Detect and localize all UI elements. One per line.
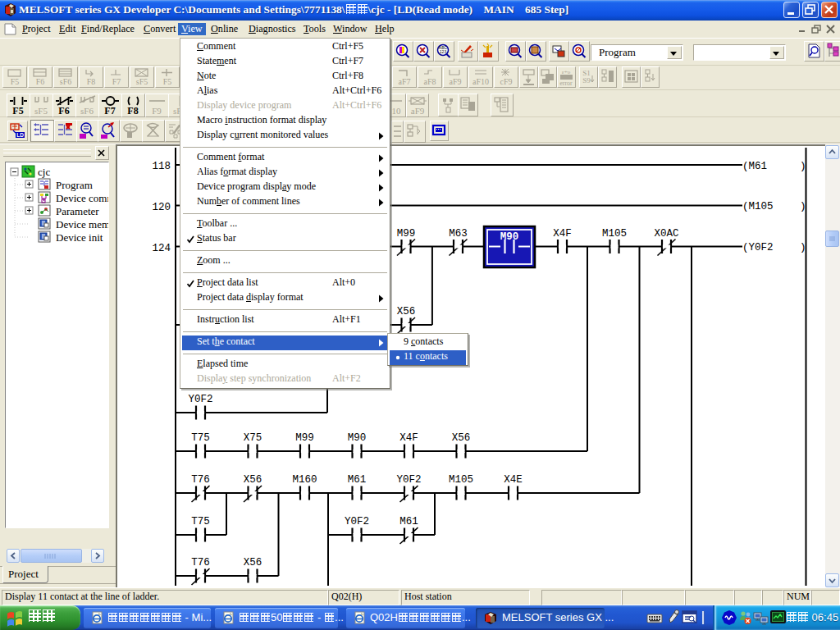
svg-text:120: 120 xyxy=(152,202,171,213)
svg-text:F8: F8 xyxy=(127,105,138,116)
svg-text:sF5: sF5 xyxy=(34,106,48,116)
svg-text:X56: X56 xyxy=(244,557,262,568)
svg-text:cF9: cF9 xyxy=(500,77,513,86)
svg-text:M90: M90 xyxy=(348,432,367,444)
svg-text:aF8: aF8 xyxy=(424,77,436,86)
svg-text:F8: F8 xyxy=(87,77,96,86)
svg-text:): ) xyxy=(800,161,806,172)
svg-text:F7: F7 xyxy=(112,77,121,86)
svg-text:sF6: sF6 xyxy=(80,106,94,116)
svg-text:T76: T76 xyxy=(191,474,210,486)
svg-text:10: 10 xyxy=(392,106,402,116)
svg-text:M90: M90 xyxy=(500,231,519,243)
svg-text:M99: M99 xyxy=(295,432,314,444)
svg-text:aF7: aF7 xyxy=(399,77,411,86)
svg-text:X0AC: X0AC xyxy=(654,228,678,240)
svg-text:ε+υ: ε+υ xyxy=(562,69,571,75)
svg-text:aF9: aF9 xyxy=(411,106,425,116)
svg-text:F6: F6 xyxy=(58,105,69,116)
svg-text:Y0F2: Y0F2 xyxy=(345,516,369,527)
svg-text:F5: F5 xyxy=(12,105,23,116)
svg-text:(M105: (M105 xyxy=(742,201,774,212)
svg-text:aF9: aF9 xyxy=(450,77,462,86)
svg-text:error: error xyxy=(559,80,573,87)
svg-text:X56: X56 xyxy=(397,306,416,317)
svg-text:T75: T75 xyxy=(191,432,210,444)
svg-text:M61: M61 xyxy=(399,516,418,527)
svg-text:F5: F5 xyxy=(11,77,20,86)
svg-text:LD: LD xyxy=(16,132,24,138)
svg-text:X4F: X4F xyxy=(399,432,418,444)
svg-text:M99: M99 xyxy=(397,228,416,240)
svg-text:Y0F2: Y0F2 xyxy=(188,394,212,405)
svg-text:118: 118 xyxy=(152,161,171,172)
svg-text:M63: M63 xyxy=(449,228,468,240)
svg-text:F6: F6 xyxy=(36,77,45,86)
svg-text:X4F: X4F xyxy=(553,228,572,240)
svg-text:M160: M160 xyxy=(292,474,317,486)
svg-text:F9: F9 xyxy=(152,106,162,116)
svg-text:sF5: sF5 xyxy=(136,77,148,86)
svg-text:124: 124 xyxy=(152,243,171,254)
svg-text:X56: X56 xyxy=(244,474,262,486)
svg-text:T75: T75 xyxy=(191,516,210,527)
svg-text:sF6: sF6 xyxy=(60,77,71,86)
svg-text:T76: T76 xyxy=(191,557,210,568)
svg-text:aF10: aF10 xyxy=(472,77,489,86)
svg-text:X56: X56 xyxy=(452,432,471,444)
svg-text:X75: X75 xyxy=(244,432,262,444)
svg-text:M61: M61 xyxy=(348,474,367,486)
svg-text:F5: F5 xyxy=(163,77,172,86)
svg-text:X4E: X4E xyxy=(504,474,523,486)
svg-text:(M61: (M61 xyxy=(742,161,767,172)
svg-text:(Y0F2: (Y0F2 xyxy=(742,242,774,253)
svg-text:M105: M105 xyxy=(602,228,627,240)
svg-text:123: 123 xyxy=(440,49,447,54)
svg-text:S9: S9 xyxy=(582,76,591,84)
svg-text:M105: M105 xyxy=(449,474,473,486)
svg-text:): ) xyxy=(800,201,806,212)
svg-text:): ) xyxy=(800,242,806,253)
svg-text:Y0F2: Y0F2 xyxy=(396,474,421,486)
svg-text:F7: F7 xyxy=(104,105,115,116)
